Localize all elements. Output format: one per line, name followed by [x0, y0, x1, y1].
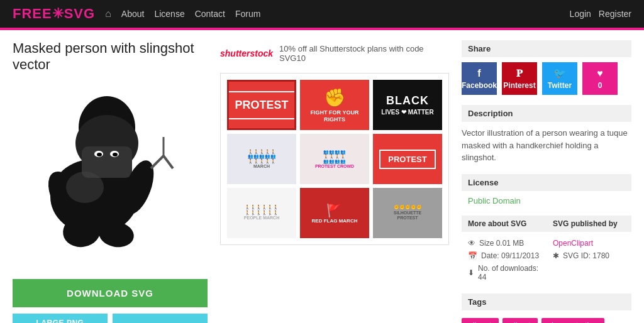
heart-count: 0 — [598, 81, 602, 90]
grid-image-6[interactable]: PROTEST — [373, 134, 442, 184]
right-panel: Share f Facebook 𝐏 Pinterest 🐦 Twitter ♥… — [462, 40, 631, 323]
heart-share-button[interactable]: ♥ 0 — [582, 62, 618, 95]
tag-item[interactable]: clipart — [502, 318, 538, 324]
grid-image-1[interactable]: PROTEST — [227, 80, 296, 130]
small-png-button[interactable]: SMALL PNG 300PX — [113, 314, 208, 323]
register-button[interactable]: Register — [599, 9, 631, 19]
size-icon: 👁 — [468, 239, 475, 248]
header: FREE✳SVG ⌂ About License Contact Forum L… — [0, 0, 644, 28]
logo[interactable]: FREE✳SVG — [13, 6, 95, 22]
download-svg-button[interactable]: DOWNLOAD SVG — [13, 279, 208, 307]
svg-preview — [13, 80, 201, 269]
share-header: Share — [462, 40, 631, 57]
license-header: License — [462, 174, 631, 191]
description-header: Description — [462, 105, 631, 122]
date-value: Date: 09/11/2013 — [481, 251, 539, 260]
published-by-header: SVG published by — [547, 216, 631, 232]
header-right: Login Register — [570, 9, 631, 19]
svg-id-value: SVG ID: 1780 — [563, 251, 609, 260]
tags-header: Tags — [462, 293, 631, 310]
twitter-icon: 🐦 — [553, 67, 566, 79]
tags-container: clip artclipartdemonstrationguymanpeople… — [462, 315, 631, 324]
date-item: 📅 Date: 09/11/2013 — [462, 249, 547, 262]
login-button[interactable]: Login — [570, 9, 591, 19]
main-content: Masked person with slingshot vector — [0, 30, 644, 323]
logo-star: ✳ — [52, 6, 64, 21]
svg-point-13 — [66, 172, 104, 203]
share-buttons: f Facebook 𝐏 Pinterest 🐦 Twitter ♥ 0 — [462, 62, 631, 95]
svg-point-12 — [113, 153, 118, 156]
svg-id-item: ✱ SVG ID: 1780 — [547, 249, 631, 262]
facebook-share-button[interactable]: f Facebook — [462, 62, 497, 95]
twitter-label: Twitter — [548, 81, 572, 90]
svg-id-icon: ✱ — [553, 251, 559, 260]
grid-image-2[interactable]: ✊ FIGHT FOR YOUR RIGHTS — [300, 80, 369, 130]
more-about-section: More about SVG 👁 Size 0.01 MB 📅 Date: 09… — [462, 216, 547, 283]
svg-image — [19, 87, 195, 263]
grid-image-5[interactable]: 👥👥👥👥🚶🚶🚶🚶👥👥👥👥PROTEST CROWD — [300, 134, 369, 184]
publisher-link[interactable]: OpenClipart — [553, 239, 593, 248]
size-item: 👁 Size 0.01 MB — [462, 237, 547, 249]
license-type[interactable]: Public Domain — [462, 196, 631, 205]
grid-image-9[interactable]: ✊✊✊✊✊SILHOUETTEPROTEST — [373, 188, 442, 238]
png-buttons: LARGE PNG 2400PX SMALL PNG 300PX — [13, 314, 208, 323]
published-by-section: SVG published by OpenClipart ✱ SVG ID: 1… — [547, 216, 631, 283]
left-panel: Masked person with slingshot vector — [13, 40, 208, 323]
grid-image-8[interactable]: 🚩 RED FLAG MARCH — [300, 188, 369, 238]
logo-free: FREE — [13, 6, 52, 21]
tag-item[interactable]: clip art — [462, 318, 499, 324]
svg-point-11 — [97, 153, 102, 156]
size-value: Size 0.01 MB — [479, 239, 524, 248]
nav-forum[interactable]: Forum — [235, 9, 260, 19]
heart-icon: ♥ — [597, 68, 603, 79]
downloads-value: No. of downloads: 44 — [478, 264, 540, 282]
tag-item[interactable]: demonstration — [541, 318, 604, 324]
header-left: FREE✳SVG ⌂ About License Contact Forum — [13, 6, 260, 22]
logo-svg: SVG — [64, 6, 95, 21]
nav-license[interactable]: License — [154, 9, 184, 19]
download-icon: ⬇ — [468, 268, 474, 277]
large-png-button[interactable]: LARGE PNG 2400PX — [13, 314, 108, 323]
description-text: Vector illustration of a person wearing … — [462, 127, 631, 164]
pinterest-label: Pinterest — [503, 81, 535, 90]
more-about-header: More about SVG — [462, 216, 547, 232]
downloads-item: ⬇ No. of downloads: 44 — [462, 262, 547, 283]
svg-line-7 — [164, 156, 173, 168]
images-grid: PROTEST ✊ FIGHT FOR YOUR RIGHTS BLACK LI… — [220, 73, 449, 245]
facebook-label: Facebook — [462, 81, 497, 90]
pinterest-share-button[interactable]: 𝐏 Pinterest — [502, 62, 537, 95]
page-title: Masked person with slingshot vector — [13, 40, 208, 73]
pinterest-icon: 𝐏 — [516, 68, 523, 79]
middle-panel: shutterstock 10% off all Shutterstock pl… — [220, 40, 449, 323]
shutterstock-bar: shutterstock 10% off all Shutterstock pl… — [220, 40, 449, 67]
grid-image-3[interactable]: BLACK LIVES ❤ MATTER — [373, 80, 442, 130]
nav-about[interactable]: About — [121, 9, 145, 19]
more-grid: More about SVG 👁 Size 0.01 MB 📅 Date: 09… — [462, 216, 631, 283]
facebook-icon: f — [477, 68, 480, 79]
home-icon[interactable]: ⌂ — [105, 8, 111, 19]
calendar-icon: 📅 — [468, 251, 477, 260]
twitter-share-button[interactable]: 🐦 Twitter — [542, 62, 577, 95]
grid-image-4[interactable]: 🚶🚶🚶🚶🚶👥👥👥👥👥🚶🚶🚶🚶🚶MARCH — [227, 134, 296, 184]
shutterstock-promo: 10% off all Shutterstock plans with code… — [279, 44, 449, 63]
publisher-item: OpenClipart — [547, 237, 631, 249]
svg-line-6 — [151, 156, 164, 168]
grid-image-7[interactable]: 🚶🚶🚶🚶🚶🚶🚶🚶🚶🚶🚶🚶PEOPLE MARCH — [227, 188, 296, 238]
shutterstock-logo[interactable]: shutterstock — [220, 48, 273, 58]
nav: About License Contact Forum — [121, 9, 261, 19]
nav-contact[interactable]: Contact — [195, 9, 225, 19]
